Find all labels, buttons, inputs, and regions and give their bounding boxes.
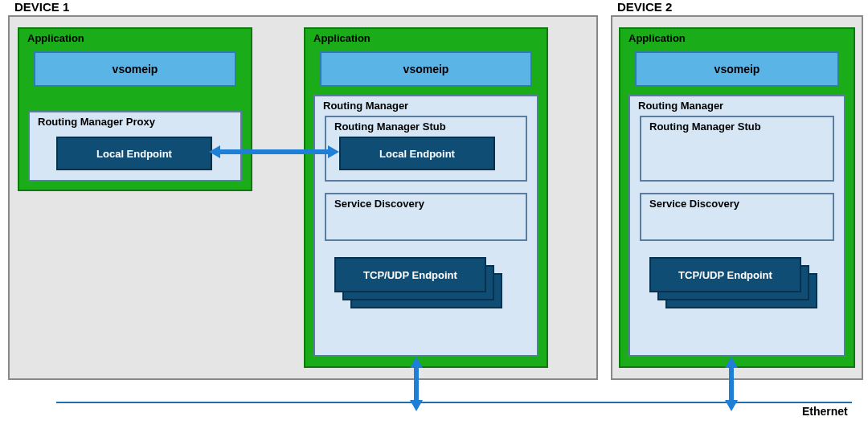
d2-sd: Service Discovery (640, 193, 834, 241)
d1-app2-tcpudp: TCP/UDP Endpoint (334, 257, 486, 292)
arrow-head-left-icon (209, 145, 220, 158)
sd-label: Service Discovery (334, 198, 424, 210)
rm-label: Routing Manager (323, 100, 408, 112)
d2-vsomeip: vsomeip (635, 51, 839, 87)
vsomeip-text: vsomeip (113, 63, 158, 76)
arrow-head-up-icon (725, 357, 738, 368)
d1-app1-local-endpoint: Local Endpoint (56, 137, 212, 170)
rmstub-label: Routing Manager Stub (334, 120, 446, 133)
sd-label: Service Discovery (649, 198, 739, 210)
application-label: Application (27, 32, 84, 44)
rm-label: Routing Manager (638, 100, 723, 112)
d2-rmstub: Routing Manager Stub (640, 116, 834, 182)
tcpudp-text: TCP/UDP Endpoint (678, 269, 772, 281)
arrow-head-up-icon (410, 357, 423, 368)
rmproxy-label: Routing Manager Proxy (38, 116, 155, 128)
arrow-d2-ethernet (729, 368, 734, 400)
device1-label: DEVICE 1 (14, 0, 69, 14)
device2-label: DEVICE 2 (617, 0, 672, 14)
ethernet-label: Ethernet (802, 405, 848, 418)
d1-app1-vsomeip: vsomeip (34, 51, 236, 87)
d1-app2-vsomeip: vsomeip (320, 51, 532, 87)
vsomeip-text: vsomeip (714, 63, 760, 76)
rmstub-label: Routing Manager Stub (649, 120, 761, 133)
local-endpoint-text: Local Endpoint (96, 148, 172, 160)
application-label: Application (628, 32, 686, 44)
application-label: Application (313, 32, 371, 44)
arrow-head-down-icon (410, 400, 423, 411)
tcpudp-text: TCP/UDP Endpoint (363, 269, 457, 281)
arrow-d1-ethernet (414, 368, 419, 400)
arrow-head-down-icon (725, 400, 738, 411)
d1-app2-local-endpoint: Local Endpoint (339, 137, 495, 170)
vsomeip-text: vsomeip (403, 63, 449, 76)
local-endpoint-text: Local Endpoint (379, 148, 455, 160)
arrow-head-right-icon (328, 145, 339, 158)
d2-tcpudp: TCP/UDP Endpoint (649, 257, 801, 292)
arrow-local-endpoints (220, 149, 328, 154)
d1-app2-sd: Service Discovery (325, 193, 527, 241)
